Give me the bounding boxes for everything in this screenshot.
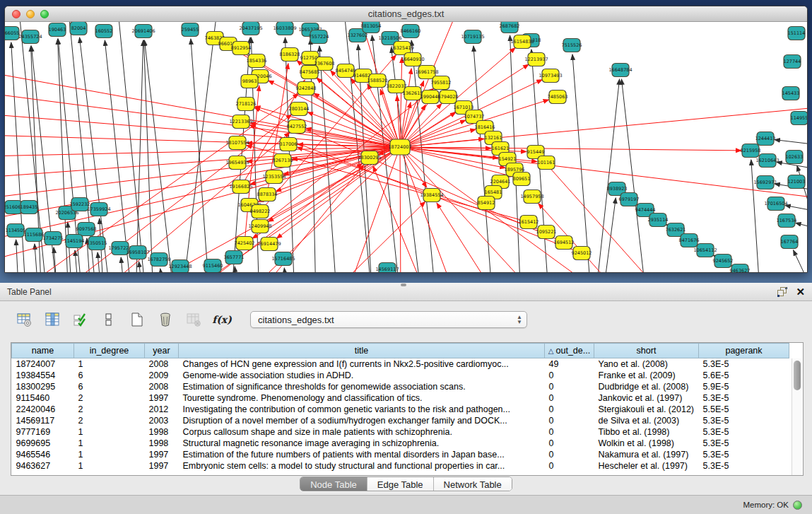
network-node[interactable]: 8427552 (287, 120, 307, 134)
table-selector-dropdown[interactable]: citations_edges.txt ▲▼ (250, 311, 527, 328)
network-node[interactable]: 16033809 (273, 22, 296, 35)
new-table-icon[interactable] (129, 311, 146, 328)
network-node[interactable]: 2935114 (648, 214, 669, 227)
minimize-window-icon[interactable] (26, 10, 35, 18)
network-node[interactable]: 15716485 (271, 252, 295, 266)
network-node[interactable]: 15692971 (753, 176, 777, 189)
network-node[interactable]: 19384554 (420, 189, 443, 202)
network-node[interactable]: 1588520 (367, 74, 388, 88)
network-node[interactable]: 14569117 (375, 263, 399, 274)
float-panel-icon[interactable] (777, 287, 787, 297)
network-node[interactable]: 8471676 (679, 234, 700, 247)
network-node[interactable]: 12409948 (248, 220, 271, 233)
network-node[interactable]: 166055 (5, 27, 19, 40)
network-node[interactable]: 7425402 (235, 237, 255, 250)
network-node[interactable]: 190463 (49, 23, 66, 37)
network-node[interactable]: 127744 (784, 55, 801, 69)
window-titlebar[interactable]: citations_edges.txt (5, 6, 807, 22)
delete-attribute-icon[interactable] (157, 311, 174, 328)
network-node[interactable]: 18107554 (225, 136, 249, 150)
network-node[interactable]: 16648784 (608, 64, 632, 77)
network-node[interactable]: 16210643 (755, 154, 779, 168)
network-node[interactable]: 16640910 (401, 53, 424, 66)
tab-network-table[interactable]: Network Table (434, 477, 512, 491)
network-node[interactable]: 1095221 (536, 226, 557, 239)
table-row[interactable]: 946362711997Embryonic stem cells: a mode… (12, 460, 789, 472)
network-node[interactable]: 8267130 (273, 154, 293, 168)
network-graph[interactable]: 1660552435572419046382004160552206914062… (5, 22, 807, 273)
close-window-icon[interactable] (12, 10, 20, 18)
network-node[interactable]: 8813054 (361, 22, 382, 33)
network-node[interactable]: 167764 (781, 235, 799, 249)
network-node[interactable]: 317006 (280, 138, 298, 151)
network-node[interactable]: 1115686 (24, 228, 45, 242)
node-table[interactable]: namein_degreeyeartitle△out_de...shortpag… (11, 342, 804, 476)
network-node[interactable]: 8912954 (231, 42, 252, 55)
network-node[interactable]: 8475685 (300, 66, 320, 79)
network-node[interactable]: 16154838 (510, 35, 534, 49)
network-node[interactable]: 151114 (788, 27, 806, 40)
network-node[interactable]: 12213937 (524, 53, 548, 66)
network-node[interactable]: 12923448 (168, 260, 192, 274)
network-node[interactable]: 98963 (241, 75, 258, 88)
network-node[interactable]: 9245012 (572, 247, 592, 260)
tab-node-table[interactable]: Node Table (300, 477, 367, 491)
table-row[interactable]: 1872400712008Changes of HCN gene express… (12, 358, 789, 370)
tab-edge-table[interactable]: Edge Table (367, 477, 434, 491)
network-node[interactable]: 2718126 (236, 98, 257, 111)
network-node[interactable]: 2803144 (289, 103, 310, 116)
network-node[interactable]: 6979197 (619, 193, 640, 206)
column-header-short[interactable]: short (594, 344, 699, 358)
zoom-window-icon[interactable] (40, 10, 49, 18)
network-node[interactable]: 10973493 (539, 69, 562, 83)
network-node[interactable]: 14957958 (520, 190, 543, 204)
network-node[interactable]: 101161 (538, 156, 555, 170)
network-node[interactable]: 1694512 (554, 236, 575, 250)
network-node[interactable]: 1134505 (6, 224, 26, 238)
network-node[interactable]: 3657771 (224, 251, 245, 264)
close-panel-icon[interactable]: ✕ (796, 287, 805, 297)
column-header-title[interactable]: title (179, 344, 545, 358)
network-node[interactable]: 9498222 (250, 205, 271, 218)
network-node[interactable]: 20691406 (131, 25, 155, 38)
table-row[interactable]: 977716911998Corpus callosum shape and si… (12, 426, 789, 438)
network-hub-node[interactable]: 18724007 (388, 139, 411, 155)
network-node[interactable]: 7515526 (562, 39, 582, 52)
column-header-out_de[interactable]: △out_de... (545, 344, 594, 358)
network-node[interactable]: 10719135 (461, 30, 484, 44)
table-row[interactable]: 1830029562008Estimation of significance … (12, 381, 789, 392)
network-node[interactable]: 20437195 (239, 22, 262, 35)
column-header-pagerank[interactable]: pagerank (699, 344, 789, 358)
network-node[interactable]: 1145194 (64, 235, 85, 248)
network-node[interactable]: 145433 (782, 87, 800, 100)
network-node[interactable]: 82004 (70, 22, 87, 35)
network-node[interactable]: 121003 (788, 175, 806, 189)
table-row[interactable]: 2242004622012Investigating the contribut… (12, 404, 789, 415)
network-node[interactable]: 10654112 (693, 244, 717, 257)
memory-status-icon[interactable] (793, 501, 802, 510)
network-node[interactable]: 189435 (20, 201, 38, 214)
network-node[interactable]: 16958107 (126, 246, 149, 259)
network-node[interactable]: 9242848 (296, 82, 317, 95)
network-node[interactable]: 9463627 (730, 264, 751, 274)
network-node[interactable]: 18300295 (358, 151, 381, 165)
network-node[interactable]: 1734275 (43, 232, 64, 245)
network-node[interactable]: 17359924 (87, 203, 110, 216)
network-node[interactable]: 9097568 (76, 223, 97, 236)
network-node[interactable]: 12353556 (262, 170, 286, 184)
network-node[interactable]: 1854336 (247, 54, 267, 68)
network-node[interactable]: 7557224 (309, 30, 329, 44)
table-settings-icon[interactable] (16, 311, 33, 328)
network-node[interactable]: 160552 (95, 25, 113, 38)
network-node[interactable]: 16782759 (147, 253, 170, 267)
network-node[interactable]: 19166825 (229, 180, 252, 194)
network-node[interactable]: 1592232 (70, 198, 90, 211)
table-row[interactable]: 946554611997Estimation of the future num… (12, 449, 789, 460)
table-row[interactable]: 911546021997Tourette syndrome. Phenomeno… (12, 392, 789, 404)
network-node[interactable]: 8466160 (401, 25, 421, 38)
network-node[interactable]: 8215958 (741, 144, 761, 158)
network-node[interactable]: 17016504 (764, 197, 787, 211)
network-view-window[interactable]: citations_edges.txt 16605524355724190463… (4, 6, 808, 273)
network-node[interactable]: 16914479 (257, 238, 281, 251)
network-node[interactable]: 24355724 (18, 30, 42, 44)
